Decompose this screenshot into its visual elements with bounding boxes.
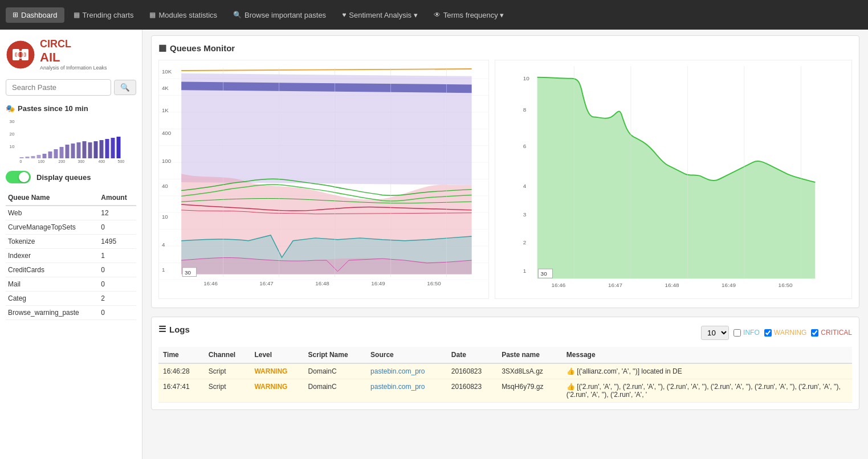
source-link[interactable]: pastebin.com_pro (370, 367, 425, 375)
queue-table-row: Browse_warning_paste 0 (6, 306, 136, 320)
svg-text:10: 10 (162, 214, 168, 220)
svg-text:10: 10 (523, 75, 530, 81)
nav-trending-charts[interactable]: ▦ Trending charts (67, 7, 141, 23)
log-channel-header: Channel (204, 347, 250, 363)
chart-right: 10 8 6 4 3 2 1 30 (495, 60, 852, 301)
mini-chart: 30 20 10 0 100 200 300 400 500 (6, 118, 136, 164)
svg-text:200: 200 (59, 159, 66, 163)
svg-text:4: 4 (162, 241, 165, 248)
log-channel-cell: Script (204, 363, 250, 379)
svg-text:2: 2 (523, 239, 527, 245)
log-paste-header: Paste name (497, 347, 562, 363)
queue-name-cell: Indexer (6, 249, 99, 263)
log-script-cell: DomainC (304, 363, 366, 379)
mini-chart-svg: 30 20 10 0 100 200 300 400 500 (6, 118, 136, 164)
nav-browse-pastes[interactable]: 🔍 Browse important pastes (226, 7, 333, 23)
modules-icon: ▦ (149, 11, 156, 19)
svg-rect-29 (105, 139, 109, 158)
svg-rect-28 (100, 140, 104, 158)
log-message-cell: 👍 [('allianz.com', 'A', '')] located in … (562, 363, 852, 379)
log-channel-cell: Script (204, 379, 250, 403)
search-input[interactable] (6, 79, 111, 96)
svg-text:8: 8 (523, 106, 527, 113)
nav-modules-statistics[interactable]: ▦ Modules statistics (142, 7, 224, 23)
queues-monitor-card: ▦ Queues Monitor (151, 35, 859, 308)
info-checkbox[interactable] (733, 329, 741, 337)
critical-checkbox-label: CRITICAL (811, 329, 852, 337)
queue-amount-header: Amount (99, 190, 136, 206)
charts-row: 10K 4K 1K 400 100 40 10 4 1 30 16:46 (158, 60, 852, 301)
queue-table-row: Categ 2 (6, 292, 136, 306)
svg-text:16:48: 16:48 (665, 282, 679, 288)
logs-icon: ☰ (158, 324, 166, 334)
queue-name-cell: CurveManageTopSets (6, 220, 99, 235)
display-queues-toggle[interactable] (6, 171, 31, 183)
svg-text:400: 400 (162, 130, 172, 136)
svg-text:30: 30 (541, 271, 548, 277)
queue-table-row: CreditCards 0 (6, 263, 136, 277)
queue-amount-cell: 0 (99, 306, 136, 320)
log-count-select[interactable]: 10 (701, 326, 729, 340)
svg-text:1: 1 (162, 267, 165, 273)
warning-checkbox[interactable] (764, 329, 772, 337)
pastes-icon: 🎭 (6, 104, 15, 113)
queue-table-row: Indexer 1 (6, 249, 136, 263)
log-message-header: Message (562, 347, 852, 363)
svg-text:300: 300 (78, 159, 85, 163)
logo-text: CIRCL AIL Analysis of Information Leaks (40, 38, 107, 71)
search-button[interactable]: 🔍 (114, 80, 136, 95)
svg-text:1: 1 (523, 268, 527, 274)
svg-text:40: 40 (162, 183, 168, 189)
critical-checkbox[interactable] (811, 329, 818, 337)
queue-amount-cell: 0 (99, 220, 136, 235)
svg-text:100: 100 (162, 158, 172, 164)
log-table-row: 16:46:28 Script WARNING DomainC pastebin… (158, 363, 852, 379)
svg-text:20: 20 (10, 132, 15, 137)
queue-table-row: Web 12 (6, 206, 136, 220)
queue-table-row: CurveManageTopSets 0 (6, 220, 136, 235)
svg-rect-24 (77, 142, 81, 158)
queue-name-header: Queue Name (6, 190, 99, 206)
queue-name-cell: Web (6, 206, 99, 220)
svg-text:10: 10 (10, 144, 15, 149)
svg-text:6: 6 (523, 143, 527, 149)
trending-icon: ▦ (74, 11, 80, 19)
svg-text:16:50: 16:50 (779, 282, 793, 288)
svg-text:16:49: 16:49 (371, 280, 385, 286)
browse-icon: 🔍 (233, 11, 242, 19)
logs-header: ☰ Logs 10 INFO WARNING (158, 324, 852, 341)
log-source-cell: pastebin.com_pro (366, 379, 447, 403)
queue-amount-cell: 1495 (99, 235, 136, 249)
svg-text:16:46: 16:46 (203, 280, 218, 286)
queue-name-cell: Browse_warning_paste (6, 306, 99, 320)
queue-name-cell: Mail (6, 277, 99, 292)
svg-text:30: 30 (10, 119, 15, 124)
svg-text:4K: 4K (162, 85, 169, 91)
logo-icon (6, 40, 35, 69)
log-script-cell: DomainC (304, 379, 366, 403)
nav-terms-frequency[interactable]: 👁 Terms frequency ▾ (427, 7, 511, 23)
nav-dashboard[interactable]: ⊞ Dashboard (6, 7, 64, 23)
log-date-cell: 20160823 (447, 379, 497, 403)
queue-amount-cell: 0 (99, 277, 136, 292)
svg-text:4: 4 (523, 183, 527, 189)
queues-monitor-icon: ▦ (158, 43, 166, 53)
source-link[interactable]: pastebin.com_pro (370, 383, 425, 391)
svg-rect-19 (48, 151, 52, 158)
svg-rect-18 (43, 154, 47, 158)
log-table: Time Channel Level Script Name Source Da… (158, 347, 852, 403)
svg-text:16:48: 16:48 (315, 280, 329, 286)
nav-sentiment-analysis[interactable]: ♥ Sentiment Analysis ▾ (335, 7, 425, 23)
queue-table-row: Mail 0 (6, 277, 136, 292)
svg-text:30: 30 (185, 269, 191, 276)
svg-rect-20 (54, 149, 58, 158)
svg-text:16:49: 16:49 (722, 282, 736, 288)
svg-rect-14 (20, 157, 24, 158)
toggle-row: Display queues (6, 171, 136, 183)
logs-card: ☰ Logs 10 INFO WARNING (151, 317, 859, 410)
log-paste-cell: MsqH6y79.gz (497, 379, 562, 403)
queue-amount-cell: 1 (99, 249, 136, 263)
log-time-header: Time (158, 347, 204, 363)
svg-rect-23 (71, 144, 75, 158)
log-source-header: Source (366, 347, 447, 363)
